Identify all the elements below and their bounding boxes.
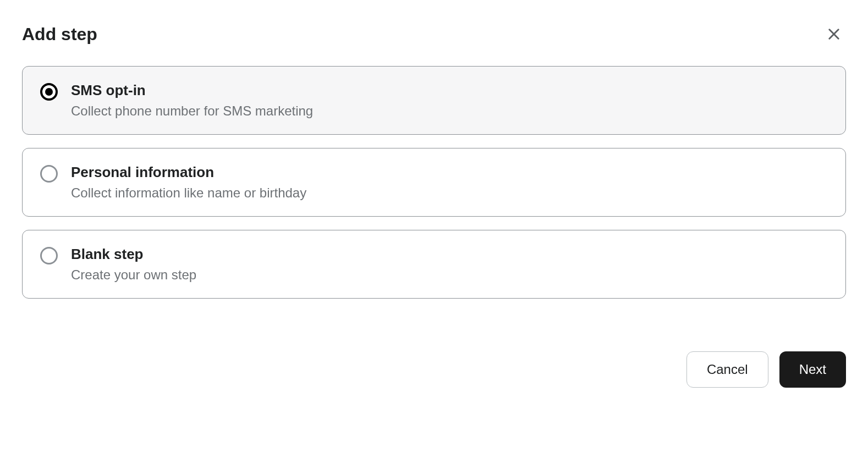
radio-icon — [40, 247, 58, 264]
next-button[interactable]: Next — [779, 351, 846, 388]
option-content: Personal information Collect information… — [71, 164, 306, 201]
option-personal-information[interactable]: Personal information Collect information… — [22, 148, 846, 217]
radio-icon — [40, 83, 58, 101]
modal-header: Add step — [22, 22, 846, 46]
option-content: SMS opt-in Collect phone number for SMS … — [71, 82, 313, 119]
option-description: Collect phone number for SMS marketing — [71, 103, 313, 119]
close-icon — [826, 26, 842, 42]
close-button[interactable] — [822, 22, 846, 46]
modal-title: Add step — [22, 24, 97, 45]
option-title: Personal information — [71, 164, 306, 181]
cancel-button[interactable]: Cancel — [686, 351, 768, 388]
option-description: Create your own step — [71, 267, 196, 283]
option-title: Blank step — [71, 246, 196, 263]
option-blank-step[interactable]: Blank step Create your own step — [22, 230, 846, 299]
option-title: SMS opt-in — [71, 82, 313, 99]
option-description: Collect information like name or birthda… — [71, 185, 306, 201]
option-content: Blank step Create your own step — [71, 246, 196, 283]
radio-icon — [40, 165, 58, 183]
option-sms-opt-in[interactable]: SMS opt-in Collect phone number for SMS … — [22, 66, 846, 135]
options-list: SMS opt-in Collect phone number for SMS … — [22, 66, 846, 299]
modal-footer: Cancel Next — [22, 351, 846, 388]
